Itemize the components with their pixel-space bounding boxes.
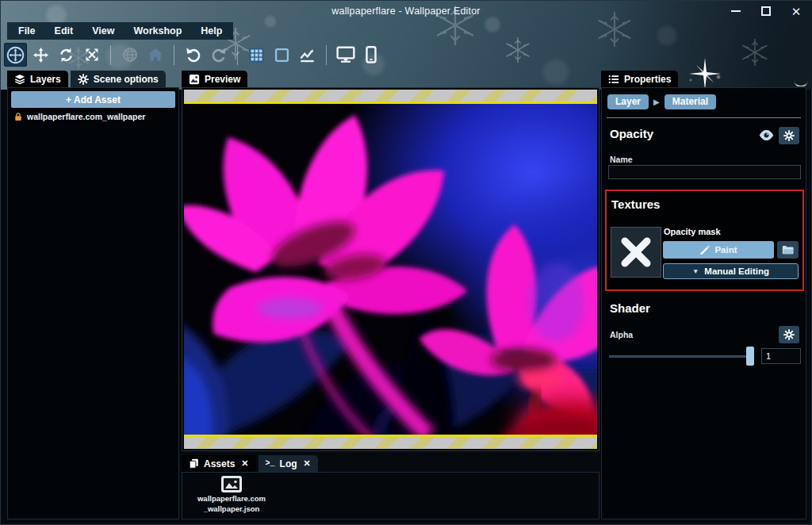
home-button[interactable]	[144, 43, 167, 67]
line-chart-icon	[299, 47, 316, 63]
alpha-settings-button[interactable]	[779, 326, 799, 343]
scale-button[interactable]	[80, 43, 103, 67]
divider	[607, 117, 801, 118]
menu-item-view[interactable]: View	[92, 25, 114, 36]
menu-item-file[interactable]: File	[18, 25, 36, 36]
tab-assets-close-icon[interactable]: ✕	[241, 458, 248, 469]
eye-icon	[759, 129, 774, 141]
copy-pages-icon	[189, 458, 199, 469]
tab-preview[interactable]: Preview	[182, 71, 247, 87]
shader-section-title: Shader	[610, 301, 650, 315]
mobile-preview-button[interactable]	[359, 43, 382, 67]
list-icon	[608, 74, 619, 85]
textures-section-title: Textures	[611, 197, 660, 211]
tab-scene-options[interactable]: Scene options	[71, 71, 166, 87]
asset-file-item[interactable]: wallpaperflare.com _wallpaper.json	[190, 475, 273, 515]
properties-panel-tabs: Properties	[601, 71, 678, 87]
undo-button[interactable]	[182, 43, 205, 67]
terminal-icon: >_	[266, 459, 275, 468]
name-input[interactable]	[608, 165, 801, 179]
browse-texture-button[interactable]	[777, 241, 799, 259]
menu-bar: File Edit View Workshop Help	[7, 22, 233, 40]
globe-button[interactable]	[118, 43, 141, 67]
tab-properties-label: Properties	[624, 74, 671, 85]
tab-log-label: Log	[280, 458, 297, 469]
minimize-button[interactable]	[730, 6, 741, 17]
rotate-icon	[59, 48, 74, 63]
wallpaper-canvas[interactable]	[184, 104, 597, 435]
tab-assets-label: Assets	[204, 458, 235, 469]
home-icon	[147, 47, 163, 63]
image-file-icon	[220, 475, 243, 493]
manual-editing-button[interactable]: ▼ Manual Editing	[663, 263, 799, 279]
grid-snap-button[interactable]	[245, 43, 268, 67]
lock-icon	[13, 112, 23, 121]
paint-row: Paint	[663, 241, 799, 259]
opacity-settings-button[interactable]	[779, 127, 799, 144]
gear-icon	[783, 329, 795, 340]
menu-item-edit[interactable]: Edit	[55, 25, 74, 36]
tab-layers[interactable]: Layers	[7, 71, 68, 87]
chevron-down-icon: ▼	[692, 267, 699, 275]
opacity-section-title: Opacity	[610, 127, 653, 140]
grid-icon	[248, 47, 265, 63]
window-controls: ✕	[730, 1, 802, 21]
monitor-icon	[336, 46, 355, 63]
alpha-label: Alpha	[610, 330, 633, 339]
move-arrows-icon	[33, 48, 48, 63]
preview-panel	[182, 87, 599, 451]
phone-icon	[363, 46, 379, 63]
close-icon: ✕	[791, 6, 802, 17]
gear-icon	[78, 74, 89, 85]
tab-layers-label: Layers	[30, 74, 61, 85]
x-texture-icon	[618, 234, 654, 270]
selection-square-icon	[274, 48, 289, 63]
wallpaper-editor-window: wallpaperflare - Wallpaper Editor ✕ File…	[0, 0, 812, 525]
textures-section-highlight: Textures Opacity mask Paint	[605, 190, 804, 291]
minimize-icon	[731, 10, 741, 12]
layers-icon	[14, 74, 25, 85]
desktop-preview-button[interactable]	[334, 43, 357, 67]
out-of-bounds-stripe-top	[184, 90, 597, 102]
alpha-slider-handle[interactable]	[746, 347, 754, 366]
menu-item-workshop[interactable]: Workshop	[133, 25, 182, 36]
tab-log-close-icon[interactable]: ✕	[304, 458, 311, 469]
redo-button[interactable]	[207, 43, 230, 67]
add-asset-button[interactable]: + Add Asset	[11, 91, 175, 108]
out-of-bounds-stripe-bottom	[184, 437, 597, 449]
tab-properties[interactable]: Properties	[601, 71, 678, 87]
tab-log[interactable]: >_ Log ✕	[259, 455, 318, 472]
breadcrumb: Layer ▶ Material	[607, 94, 716, 109]
gear-icon	[783, 130, 795, 141]
circled-move-icon	[6, 46, 25, 64]
left-panel-tabs: Layers Scene options	[7, 71, 166, 87]
translate-button[interactable]	[29, 43, 52, 67]
maximize-button[interactable]	[760, 6, 772, 17]
window-title: wallpaperflare - Wallpaper Editor	[331, 6, 480, 17]
graph-button[interactable]	[296, 43, 319, 67]
breadcrumb-arrow-icon: ▶	[653, 98, 660, 106]
move-tool-button[interactable]	[4, 43, 27, 67]
folder-icon	[782, 245, 794, 255]
toolbar-separator	[326, 45, 327, 65]
globe-icon	[122, 47, 138, 63]
toolbar-separator	[110, 45, 111, 65]
tab-assets[interactable]: Assets ✕	[182, 455, 256, 472]
breadcrumb-layer[interactable]: Layer	[607, 94, 649, 109]
breadcrumb-material[interactable]: Material	[665, 94, 716, 109]
rotate-button[interactable]	[55, 43, 78, 67]
layer-list-item[interactable]: wallpaperflare.com_wallpaper	[8, 110, 178, 123]
redo-icon	[211, 47, 227, 63]
asset-file-name-line2: _wallpaper.json	[190, 504, 273, 515]
preview-panel-tabs: Preview	[182, 71, 247, 87]
close-button[interactable]: ✕	[791, 6, 802, 17]
menu-item-help[interactable]: Help	[201, 25, 222, 36]
titlebar[interactable]: wallpaperflare - Wallpaper Editor ✕	[1, 1, 811, 21]
selection-box-button[interactable]	[270, 43, 293, 67]
alpha-value-input[interactable]	[761, 348, 801, 364]
opacity-mask-thumbnail[interactable]	[611, 227, 661, 278]
paint-button[interactable]: Paint	[663, 241, 774, 259]
undo-icon	[186, 47, 201, 63]
alpha-slider-track[interactable]	[609, 355, 749, 358]
visibility-toggle[interactable]	[759, 129, 774, 144]
